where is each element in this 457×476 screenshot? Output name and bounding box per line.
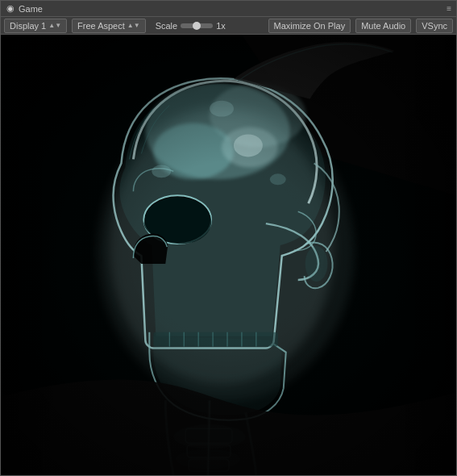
vsync-button[interactable]: VSync — [416, 19, 453, 33]
scale-slider[interactable] — [181, 23, 213, 28]
game-viewport — [1, 35, 456, 475]
mute-audio-label: Mute Audio — [361, 21, 405, 31]
game-icon: ◉ — [6, 4, 15, 14]
aspect-arrow: ▲▼ — [127, 22, 140, 29]
aspect-label: Free Aspect — [77, 21, 125, 31]
mute-audio-button[interactable]: Mute Audio — [355, 19, 411, 33]
scale-control: Scale 1x — [151, 21, 231, 31]
svg-rect-33 — [386, 35, 456, 475]
aspect-dropdown[interactable]: Free Aspect ▲▼ — [72, 19, 146, 33]
title-bar: ◉ Game ≡ — [1, 1, 456, 17]
display-arrow: ▲▼ — [48, 22, 61, 29]
maximize-on-play-button[interactable]: Maximize On Play — [268, 19, 351, 33]
scale-label: Scale — [156, 21, 178, 31]
window-title: Game — [19, 4, 43, 14]
scale-value: 1x — [216, 21, 226, 31]
vsync-label: VSync — [422, 21, 447, 31]
xray-display — [1, 35, 456, 475]
display-label: Display 1 — [10, 21, 46, 31]
window-menu-icon[interactable]: ≡ — [447, 4, 451, 13]
display-dropdown[interactable]: Display 1 ▲▼ — [4, 19, 67, 33]
toolbar: Display 1 ▲▼ Free Aspect ▲▼ Scale 1x Max… — [1, 17, 456, 35]
svg-rect-32 — [1, 35, 65, 475]
game-window: ◉ Game ≡ Display 1 ▲▼ Free Aspect ▲▼ Sca… — [0, 0, 457, 476]
scale-slider-thumb — [193, 22, 201, 30]
maximize-label: Maximize On Play — [274, 21, 346, 31]
